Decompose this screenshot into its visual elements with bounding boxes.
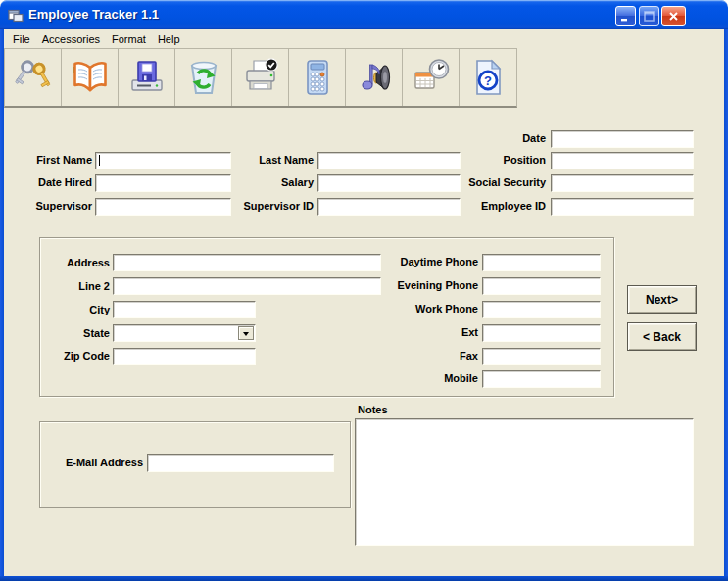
svg-text:?: ? — [484, 73, 492, 88]
salary-field[interactable] — [317, 174, 461, 192]
recycle-toolbar-button[interactable] — [175, 49, 232, 106]
work-phone-label: Work Phone — [372, 303, 478, 315]
help-toolbar-button[interactable]: ? — [460, 49, 516, 106]
menu-help[interactable]: Help — [158, 33, 180, 45]
date-hired-label: Date Hired — [10, 176, 92, 189]
fax-field[interactable] — [482, 348, 601, 365]
notes-field[interactable] — [355, 418, 694, 546]
supervisor-label: Supervisor — [10, 200, 92, 213]
keys-icon — [14, 58, 53, 97]
position-field[interactable] — [551, 152, 694, 169]
next-button[interactable]: Next> — [627, 285, 697, 314]
menu-bar: File Accessories Format Help — [4, 29, 724, 48]
last-name-label: Last Name — [225, 154, 314, 167]
toolbar: ? — [4, 48, 517, 108]
date-label: Date — [453, 132, 546, 145]
menu-file[interactable]: File — [13, 33, 30, 45]
schedule-toolbar-button[interactable] — [403, 49, 460, 106]
state-select[interactable] — [113, 324, 256, 342]
first-name-field[interactable] — [95, 152, 231, 169]
daytime-phone-field[interactable] — [482, 254, 601, 271]
window-border-bottom — [0, 576, 728, 581]
supervisor-id-field[interactable] — [317, 198, 461, 216]
menu-format[interactable]: Format — [112, 33, 146, 45]
city-field[interactable] — [113, 301, 256, 318]
position-label: Position — [453, 154, 546, 167]
maximize-button[interactable] — [639, 6, 659, 26]
evening-phone-field[interactable] — [482, 277, 601, 295]
work-phone-field[interactable] — [482, 301, 601, 318]
ext-field[interactable] — [482, 324, 601, 342]
maximize-icon — [643, 10, 655, 23]
mobile-label: Mobile — [372, 372, 478, 385]
address-book-toolbar-button[interactable] — [62, 49, 119, 106]
window-border-left — [0, 29, 4, 581]
line2-label: Line 2 — [27, 280, 110, 293]
first-name-label: First Name — [10, 154, 92, 167]
save-toolbar-button[interactable] — [119, 49, 175, 106]
close-button[interactable] — [661, 6, 686, 26]
zip-code-field[interactable] — [113, 348, 256, 365]
window-border-right — [724, 29, 728, 581]
notes-label: Notes — [358, 404, 388, 416]
evening-phone-label: Eveining Phone — [372, 279, 478, 292]
address-field[interactable] — [113, 254, 381, 271]
close-icon — [667, 10, 680, 23]
app-window: Employee Tracker 1.1 File Accessories Fo… — [0, 0, 728, 581]
fax-label: Fax — [372, 350, 478, 363]
mobile-field[interactable] — [482, 370, 601, 388]
save-icon — [127, 58, 167, 97]
state-label: State — [27, 327, 110, 340]
address-label: Address — [27, 257, 110, 269]
back-button[interactable]: < Back — [627, 322, 697, 351]
calculator-icon — [298, 58, 337, 97]
supervisor-id-label: Supervisor ID — [225, 200, 314, 213]
sound-toolbar-button[interactable] — [346, 49, 403, 106]
calculator-toolbar-button[interactable] — [289, 49, 346, 106]
last-name-field[interactable] — [317, 152, 461, 169]
speaker-note-icon — [355, 58, 394, 97]
social-security-field[interactable] — [551, 174, 694, 192]
date-hired-field[interactable] — [95, 174, 231, 192]
employee-id-field[interactable] — [551, 198, 694, 216]
keys-toolbar-button[interactable] — [5, 49, 62, 106]
printer-icon — [241, 58, 280, 97]
recycle-bin-icon — [184, 58, 223, 97]
employee-id-label: Employee ID — [453, 200, 546, 213]
chevron-down-icon — [243, 332, 249, 339]
calendar-clock-icon — [412, 58, 451, 97]
title-bar[interactable]: Employee Tracker 1.1 — [0, 0, 728, 29]
city-label: City — [27, 304, 110, 316]
salary-label: Salary — [225, 176, 314, 189]
minimize-icon — [619, 10, 632, 23]
print-toolbar-button[interactable] — [232, 49, 289, 106]
state-dropdown-button[interactable] — [238, 326, 254, 340]
text-caret — [99, 155, 100, 166]
app-icon[interactable] — [8, 7, 24, 23]
email-field[interactable] — [147, 454, 334, 472]
daytime-phone-label: Daytime Phone — [372, 256, 478, 268]
supervisor-field[interactable] — [95, 198, 231, 216]
window-title: Employee Tracker 1.1 — [28, 0, 159, 29]
ext-label: Ext — [372, 326, 478, 339]
social-security-label: Social Security — [453, 176, 546, 189]
address-book-icon — [71, 58, 110, 97]
zip-code-label: Zip Code — [27, 350, 110, 363]
date-field[interactable] — [551, 130, 694, 148]
help-icon: ? — [468, 58, 508, 97]
minimize-button[interactable] — [615, 6, 636, 26]
menu-accessories[interactable]: Accessories — [42, 33, 100, 45]
line2-field[interactable] — [113, 277, 381, 295]
email-label: E-Mail Address — [55, 457, 143, 469]
